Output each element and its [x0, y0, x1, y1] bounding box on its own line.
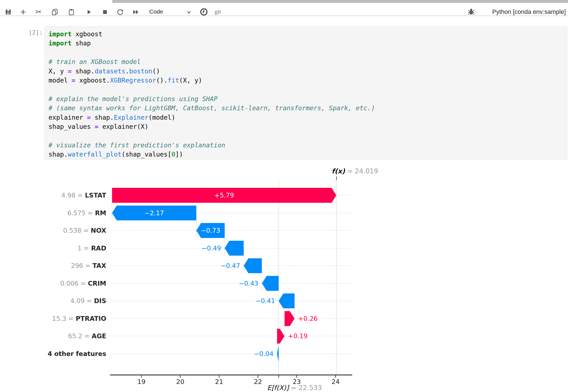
- row-gridline: [110, 283, 352, 284]
- shap-value-label: −2.17: [112, 209, 196, 217]
- restart-kernel-icon: [116, 8, 124, 16]
- shap-waterfall-plot: f(x) = 24.019 E[f(X)] = 22.533 4.98 = LS…: [0, 160, 568, 392]
- feature-value: 4.98 =: [61, 192, 85, 199]
- shap-value-label: +0.26: [298, 314, 318, 323]
- kernel-name: Python [conda env:sample]: [492, 8, 566, 16]
- copy-icon: [51, 8, 59, 16]
- feature-name: AGE: [92, 332, 106, 340]
- stop-kernel-button[interactable]: [100, 7, 110, 17]
- row-gridline: [110, 230, 352, 231]
- paste-cell-button[interactable]: [67, 7, 76, 17]
- row-gridline: [110, 336, 352, 336]
- run-cell-button[interactable]: [84, 7, 93, 17]
- feature-value: 0.538 =: [63, 227, 91, 234]
- fx-value: = 24.019: [347, 167, 378, 175]
- code-cell[interactable]: import xgboost import shap # train an XG…: [44, 26, 567, 160]
- x-axis-tick: [278, 375, 279, 378]
- cell-type-dropdown[interactable]: Code: [149, 7, 196, 17]
- cell-type-value: Code: [149, 8, 163, 15]
- feature-value: 15.3 =: [52, 315, 76, 322]
- cut-icon: ✂: [36, 8, 42, 16]
- feature-name: DIS: [94, 297, 106, 304]
- x-axis-tick-label: 21: [215, 378, 223, 386]
- shap-value-label: −0.43: [239, 279, 258, 288]
- feature-value: 0.006 =: [60, 280, 88, 287]
- waterfall-bar-AGE: [277, 329, 285, 344]
- copy-cell-button[interactable]: [50, 7, 59, 17]
- code-editor[interactable]: import xgboost import shap # train an XG…: [49, 30, 375, 159]
- feature-name: CRIM: [88, 280, 106, 287]
- fx-reference-line: [336, 181, 337, 375]
- code-line: # train an XGBoost model: [49, 58, 141, 65]
- x-axis-tick-label: 22: [254, 378, 262, 386]
- code-line: shap_values = explainer(X): [49, 123, 148, 130]
- code-line: # visualize the first prediction's expla…: [49, 142, 225, 149]
- code-line: explainer = shap.Explainer(model): [49, 114, 175, 121]
- restart-kernel-button[interactable]: [115, 7, 125, 17]
- chevron-down-icon: [185, 9, 192, 17]
- paste-icon: [68, 8, 75, 16]
- feature-value: 296 =: [71, 262, 93, 269]
- top-edge-strip: [112, 0, 568, 3]
- code-line: X, y = shap.datasets.boston(): [49, 68, 160, 75]
- code-line: # (same syntax works for LightGBM, CatBo…: [49, 104, 375, 112]
- git-toolbar-label[interactable]: git: [215, 8, 221, 15]
- fx-annotation: f(x) = 24.019: [332, 167, 378, 175]
- jupyter-notebook-window: ✂ Code git Python: [0, 0, 568, 392]
- feature-name: RM: [95, 209, 106, 217]
- save-button[interactable]: [3, 7, 13, 17]
- x-axis-tick: [219, 375, 219, 378]
- waterfall-bar-PTRATIO: [285, 311, 295, 326]
- restart-run-all-button[interactable]: [131, 7, 140, 17]
- waterfall-bar-CRIM: [262, 276, 278, 291]
- run-all-icon: [132, 8, 140, 16]
- row-gridline: [110, 301, 352, 301]
- feature-label: 0.538 = NOX: [6, 226, 106, 235]
- feature-name: 4 other features: [48, 350, 106, 357]
- expected-value-label: E[f(X)]: [267, 384, 289, 392]
- waterfall-bar-RAD: [225, 241, 244, 256]
- cell-execution-count: [2]:: [24, 29, 43, 36]
- shap-value-label: −0.73: [196, 226, 225, 235]
- x-axis-tick: [141, 375, 142, 378]
- shap-value-label: +0.19: [288, 332, 308, 340]
- feature-label: 0.006 = CRIM: [6, 279, 106, 288]
- feature-name: RAD: [91, 245, 106, 252]
- feature-value: 65.2 =: [68, 332, 92, 340]
- feature-label: 4 other features: [6, 350, 106, 358]
- feature-label: 6.575 = RM: [6, 209, 106, 217]
- debugger-button[interactable]: [467, 7, 475, 16]
- waterfall-bar-TAX: [244, 258, 262, 273]
- x-axis-tick-label: 20: [176, 378, 184, 386]
- feature-value: 6.575 =: [67, 209, 95, 217]
- fx-top-tick: [336, 176, 337, 180]
- x-axis-tick: [335, 375, 336, 378]
- x-axis-tick: [180, 375, 181, 378]
- code-line: model = xgboost.XGBRegressor().fit(X, y): [49, 77, 202, 84]
- shap-value-label: −0.04: [254, 350, 273, 358]
- debugger-bug-icon: [467, 12, 475, 17]
- shap-value-label: −0.47: [220, 262, 240, 270]
- cut-cell-button[interactable]: ✂: [34, 7, 43, 17]
- code-line: shap.waterfall_plot(shap_values[0]): [49, 151, 183, 158]
- run-icon: [85, 9, 92, 16]
- feature-label: 4.98 = LSTAT: [6, 191, 106, 199]
- waterfall-bar-DIS: [279, 293, 295, 308]
- fx-label: f(x): [332, 167, 345, 175]
- feature-label: 15.3 = PTRATIO: [6, 314, 106, 323]
- feature-name: TAX: [93, 262, 106, 269]
- stop-icon: [102, 9, 108, 16]
- x-axis-tick: [258, 375, 258, 378]
- history-button[interactable]: [199, 7, 209, 17]
- x-axis-tick: [296, 375, 297, 378]
- add-cell-button[interactable]: [18, 7, 28, 17]
- add-icon: [19, 8, 27, 16]
- feature-label: 1 = RAD: [6, 244, 106, 252]
- feature-label: 4.09 = DIS: [6, 297, 106, 305]
- shap-value-label: −0.41: [255, 297, 275, 305]
- notebook-toolbar: ✂ Code git Python: [0, 3, 568, 16]
- feature-value: 4.09 =: [70, 297, 94, 304]
- feature-name: LSTAT: [85, 192, 106, 199]
- code-line: import shap: [49, 40, 91, 47]
- feature-name: PTRATIO: [76, 315, 106, 322]
